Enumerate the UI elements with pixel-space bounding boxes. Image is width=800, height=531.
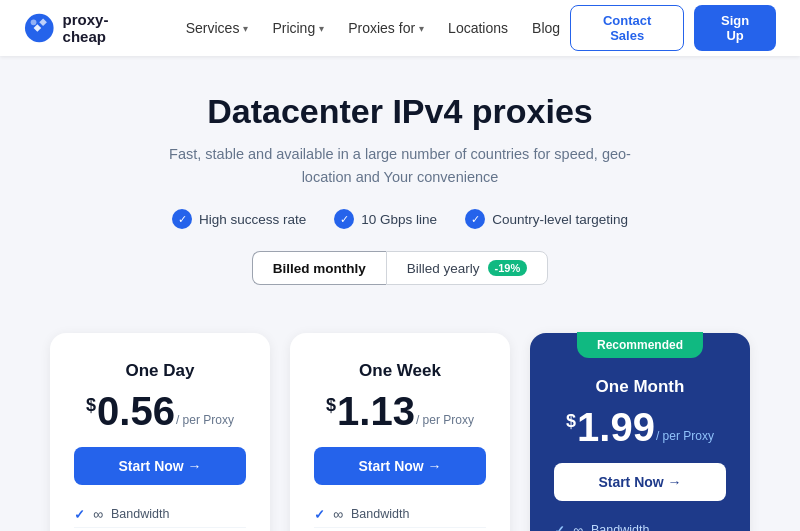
nav-pricing[interactable]: Pricing ▾ <box>262 14 334 42</box>
price-suffix: / per Proxy <box>416 413 474 431</box>
start-now-button[interactable]: Start Now → <box>74 447 246 485</box>
feature-bandwidth: ✓ ∞ Bandwidth <box>74 501 246 527</box>
price-dollar: $ <box>566 411 576 432</box>
logo[interactable]: proxy-cheap <box>24 11 148 45</box>
feature-threads: ✓ 100 Threads <box>74 527 246 531</box>
feature-country-targeting: ✓ Country-level targeting <box>465 209 628 229</box>
price-row: $ 1.13 / per Proxy <box>314 391 486 431</box>
start-now-button[interactable]: Start Now → <box>554 463 726 501</box>
price-amount: 1.99 <box>577 407 655 447</box>
pricing-card-one-week: One Week $ 1.13 / per Proxy Start Now → … <box>290 333 510 531</box>
check-icon: ✓ <box>314 507 325 522</box>
price-row: $ 0.56 / per Proxy <box>74 391 246 431</box>
plan-period: One Day <box>74 361 246 381</box>
contact-sales-button[interactable]: Contact Sales <box>570 5 684 51</box>
pricing-card-one-month: Recommended One Month $ 1.99 / per Proxy… <box>530 333 750 531</box>
plan-features: ✓ ∞ Bandwidth ✓ 100 Threads <box>314 501 486 531</box>
discount-badge: -19% <box>488 260 528 276</box>
infinity-icon: ∞ <box>93 506 103 522</box>
price-amount: 1.13 <box>337 391 415 431</box>
price-suffix: / per Proxy <box>656 429 714 447</box>
chevron-down-icon: ▾ <box>419 23 424 34</box>
check-icon: ✓ <box>554 523 565 531</box>
check-icon: ✓ <box>172 209 192 229</box>
plan-period: One Month <box>554 377 726 397</box>
feature-bandwidth: ✓ ∞ Bandwidth <box>314 501 486 527</box>
start-now-button[interactable]: Start Now → <box>314 447 486 485</box>
price-amount: 0.56 <box>97 391 175 431</box>
hero-section: Datacenter IPv4 proxies Fast, stable and… <box>0 56 800 333</box>
nav-blog[interactable]: Blog <box>522 14 570 42</box>
pricing-card-one-day: One Day $ 0.56 / per Proxy Start Now → ✓… <box>50 333 270 531</box>
billing-toggle: Billed monthly Billed yearly -19% <box>20 251 780 285</box>
feature-high-success: ✓ High success rate <box>172 209 306 229</box>
feature-threads: ✓ 100 Threads <box>314 527 486 531</box>
price-dollar: $ <box>326 395 336 416</box>
chevron-down-icon: ▾ <box>243 23 248 34</box>
header: proxy-cheap Services ▾ Pricing ▾ Proxies… <box>0 0 800 56</box>
hero-subtitle: Fast, stable and available in a large nu… <box>160 143 640 189</box>
logo-icon <box>24 12 55 44</box>
infinity-icon: ∞ <box>333 506 343 522</box>
infinity-icon: ∞ <box>573 522 583 531</box>
feature-gbps: ✓ 10 Gbps line <box>334 209 437 229</box>
check-icon: ✓ <box>465 209 485 229</box>
price-suffix: / per Proxy <box>176 413 234 431</box>
feature-list: ✓ High success rate ✓ 10 Gbps line ✓ Cou… <box>20 209 780 229</box>
check-icon: ✓ <box>74 507 85 522</box>
chevron-down-icon: ▾ <box>319 23 324 34</box>
nav-actions: Contact Sales Sign Up <box>570 5 776 51</box>
plan-features: ✓ ∞ Bandwidth ✓ 100 Threads <box>74 501 246 531</box>
feature-bandwidth: ✓ ∞ Bandwidth <box>554 517 726 531</box>
check-icon: ✓ <box>334 209 354 229</box>
billing-yearly-button[interactable]: Billed yearly -19% <box>386 251 548 285</box>
svg-point-1 <box>31 19 37 25</box>
plan-period: One Week <box>314 361 486 381</box>
recommended-badge: Recommended <box>577 332 703 358</box>
price-row: $ 1.99 / per Proxy <box>554 407 726 447</box>
main-nav: Services ▾ Pricing ▾ Proxies for ▾ Locat… <box>176 14 570 42</box>
price-dollar: $ <box>86 395 96 416</box>
nav-locations[interactable]: Locations <box>438 14 518 42</box>
nav-services[interactable]: Services ▾ <box>176 14 259 42</box>
pricing-section: One Day $ 0.56 / per Proxy Start Now → ✓… <box>0 333 800 531</box>
logo-text: proxy-cheap <box>63 11 148 45</box>
hero-title: Datacenter IPv4 proxies <box>20 92 780 131</box>
nav-proxies-for[interactable]: Proxies for ▾ <box>338 14 434 42</box>
billing-monthly-button[interactable]: Billed monthly <box>252 251 386 285</box>
signup-button[interactable]: Sign Up <box>694 5 776 51</box>
plan-features: ✓ ∞ Bandwidth ✓ 100 Threads <box>554 517 726 531</box>
